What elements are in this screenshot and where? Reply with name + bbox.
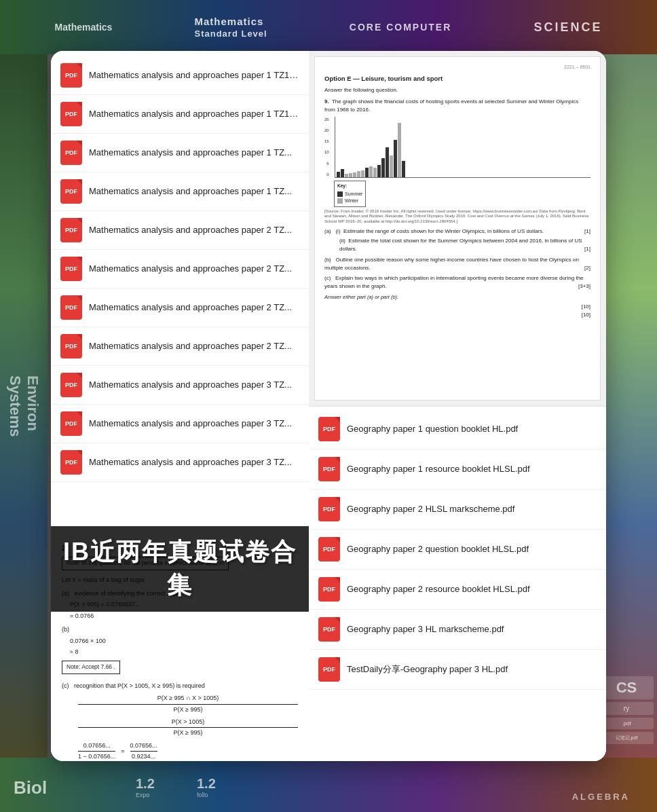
pdf-icon: PDF bbox=[60, 218, 82, 242]
file-list-panel[interactable]: PDF Mathematics analysis and approaches … bbox=[51, 51, 309, 761]
geo-list-item[interactable]: PDF TestDaily分享-Geography paper 3 HL.pdf bbox=[309, 650, 606, 690]
geo-list-item[interactable]: PDF Geography paper 2 HLSL markscheme.pd… bbox=[309, 490, 606, 530]
file-name: Mathematics analysis and approaches pape… bbox=[89, 224, 299, 236]
doc-section-title: Option E — Leisure, tourism and sport bbox=[324, 74, 590, 84]
pdf-icon: PDF bbox=[60, 102, 82, 126]
question-a-ii: (ii) Estimate the total cost shown for t… bbox=[324, 237, 590, 253]
chart-key: Key: Summer Winter bbox=[324, 181, 590, 207]
fraction-3: 0.07656... 1 − 0.07656... = 0.07656... 0… bbox=[78, 741, 298, 761]
bg-top-text-4: SCIENCE bbox=[533, 20, 602, 35]
part-c-label: (c) recognition that P(X > 1005, X ≥ 995… bbox=[62, 681, 298, 690]
file-name: Mathematics analysis and approaches pape… bbox=[89, 147, 299, 159]
bg-right-item-3: .pdf bbox=[599, 718, 654, 729]
pdf-icon: PDF bbox=[60, 334, 82, 358]
geo-list-item[interactable]: PDF Geography paper 3 HL markscheme.pdf bbox=[309, 610, 606, 650]
bg-right-item-4: 记笔记.pdf bbox=[599, 732, 654, 744]
file-name: Mathematics analysis and approaches pape… bbox=[89, 456, 299, 468]
doc-instruction: Answer the following question. bbox=[324, 86, 590, 94]
part-a-line2: = 0.0766 bbox=[62, 611, 298, 621]
file-name: Mathematics analysis and approaches pape… bbox=[89, 340, 299, 352]
part-b-line1: 0.0766 × 100 bbox=[62, 636, 298, 646]
geo-file-name: Geography paper 2 question booklet HLSL.… bbox=[347, 543, 597, 555]
pdf-icon: PDF bbox=[60, 179, 82, 204]
pdf-icon: PDF bbox=[318, 657, 340, 682]
pdf-icon: PDF bbox=[318, 537, 340, 561]
file-name: Mathematics analysis and approaches pape… bbox=[89, 263, 299, 275]
geo-list-item[interactable]: PDF Geography paper 1 question booklet H… bbox=[309, 409, 606, 449]
geo-list-item[interactable]: PDF Geography paper 2 resource booklet H… bbox=[309, 570, 606, 610]
bg-bottom-bio: Biol bbox=[14, 777, 47, 798]
bg-bottom-math: 1.2 Expo bbox=[136, 776, 155, 798]
main-card: PDF Mathematics analysis and approaches … bbox=[51, 51, 606, 761]
chart-source: [Source: From Insider. © 2016 Insider In… bbox=[324, 209, 590, 225]
bg-bottom-algebra: ALGEBRA bbox=[572, 792, 630, 802]
background-top: Mathematics MathematicsStandard Level CO… bbox=[0, 0, 657, 54]
list-item[interactable]: PDF Mathematics analysis and approaches … bbox=[51, 250, 309, 289]
pdf-icon: PDF bbox=[60, 450, 82, 475]
bg-top-text-1: Mathematics bbox=[55, 22, 113, 33]
doc-question-num: 9. The graph shows the financial costs o… bbox=[324, 98, 590, 114]
pdf-icon: PDF bbox=[318, 577, 340, 602]
answer-note: Answer either part (a) or part (b). bbox=[324, 293, 590, 301]
background-bottom: Biol ALGEBRA 1.2 Expo 1.2 follo bbox=[0, 758, 657, 812]
note-b: Note: Accept 7.66 . bbox=[62, 661, 120, 674]
bg-bottom-math2: 1.2 follo bbox=[197, 776, 216, 798]
file-name: Mathematics analysis and approaches pape… bbox=[89, 379, 299, 391]
geo-file-name: Geography paper 1 question booklet HL.pd… bbox=[347, 423, 597, 435]
marks-10b: [10] bbox=[324, 311, 590, 319]
list-item[interactable]: PDF Mathematics analysis and approaches … bbox=[51, 172, 309, 211]
part-b-label: (b) bbox=[62, 625, 298, 634]
part-b-line2: ≈ 8 bbox=[62, 647, 298, 657]
geo-file-name: TestDaily分享-Geography paper 3 HL.pdf bbox=[347, 663, 597, 676]
bars-container bbox=[335, 117, 590, 178]
file-name: Mathematics analysis and approaches pape… bbox=[89, 301, 299, 314]
chart-area: 2520151050 bbox=[324, 117, 590, 178]
fraction-2: P(X > 1005) P(X ≥ 995) bbox=[78, 717, 298, 738]
page-number: 2221 – 6601 bbox=[324, 64, 590, 71]
background-left: EnvironSystems bbox=[0, 54, 48, 758]
y-axis: 2520151050 bbox=[324, 117, 331, 178]
bg-top-text-2: MathematicsStandard Level bbox=[195, 16, 267, 39]
geo-file-name: Geography paper 2 HLSL markscheme.pdf bbox=[347, 503, 597, 515]
pdf-icon: PDF bbox=[60, 411, 82, 436]
file-name: Mathematics analysis and approaches pape… bbox=[89, 108, 299, 120]
list-item[interactable]: PDF Mathematics analysis and approaches … bbox=[51, 56, 309, 95]
list-item[interactable]: PDF Mathematics analysis and approaches … bbox=[51, 211, 309, 250]
geo-list-item[interactable]: PDF Geography paper 1 resource booklet H… bbox=[309, 449, 606, 490]
pdf-icon: PDF bbox=[318, 497, 340, 521]
banner-overlay: IB近两年真题试卷合集 bbox=[51, 526, 309, 612]
geo-file-name: Geography paper 2 resource booklet HLSL.… bbox=[347, 583, 597, 595]
bg-left-label-1: EnvironSystems bbox=[3, 372, 45, 441]
pdf-icon: PDF bbox=[60, 63, 82, 88]
pdf-icon: PDF bbox=[318, 417, 340, 441]
question-b: (b) Outline one possible reason why some… bbox=[324, 256, 590, 272]
list-item[interactable]: PDF Mathematics analysis and approaches … bbox=[51, 327, 309, 366]
file-name: Mathematics analysis and approaches pape… bbox=[89, 69, 299, 81]
list-item[interactable]: PDF Mathematics analysis and approaches … bbox=[51, 289, 309, 327]
marks-10a: [10] bbox=[324, 303, 590, 311]
doc-preview-panel: 2221 – 6601 Option E — Leisure, tourism … bbox=[309, 51, 606, 406]
bg-right-item-2: ry bbox=[599, 702, 654, 715]
question-c: (c) Explain two ways in which participat… bbox=[324, 274, 590, 291]
file-name: Mathematics analysis and approaches pape… bbox=[89, 185, 299, 198]
pdf-icon: PDF bbox=[318, 457, 340, 481]
bars bbox=[335, 117, 590, 178]
pdf-icon: PDF bbox=[318, 617, 340, 642]
list-item[interactable]: PDF Mathematics analysis and approaches … bbox=[51, 134, 309, 172]
list-item[interactable]: PDF Mathematics analysis and approaches … bbox=[51, 443, 309, 482]
geo-list-panel[interactable]: PDF Geography paper 1 question booklet H… bbox=[309, 406, 606, 761]
pdf-icon: PDF bbox=[60, 373, 82, 397]
pdf-icon: PDF bbox=[60, 141, 82, 165]
list-item[interactable]: PDF Mathematics analysis and approaches … bbox=[51, 405, 309, 443]
doc-preview-inner: 2221 – 6601 Option E — Leisure, tourism … bbox=[314, 56, 601, 401]
file-name: Mathematics analysis and approaches pape… bbox=[89, 418, 299, 430]
pdf-icon: PDF bbox=[60, 257, 82, 281]
geo-file-name: Geography paper 3 HL markscheme.pdf bbox=[347, 623, 597, 635]
banner-text: IB近两年真题试卷合集 bbox=[63, 536, 297, 602]
geo-file-name: Geography paper 1 resource booklet HLSL.… bbox=[347, 463, 597, 475]
list-item[interactable]: PDF Mathematics analysis and approaches … bbox=[51, 366, 309, 405]
list-item[interactable]: PDF Mathematics analysis and approaches … bbox=[51, 95, 309, 134]
geo-list-item[interactable]: PDF Geography paper 2 question booklet H… bbox=[309, 530, 606, 570]
pdf-icon: PDF bbox=[60, 295, 82, 320]
fraction-1: P(X ≥ 995 ∩ X > 1005) P(X ≥ 995) bbox=[78, 693, 298, 714]
